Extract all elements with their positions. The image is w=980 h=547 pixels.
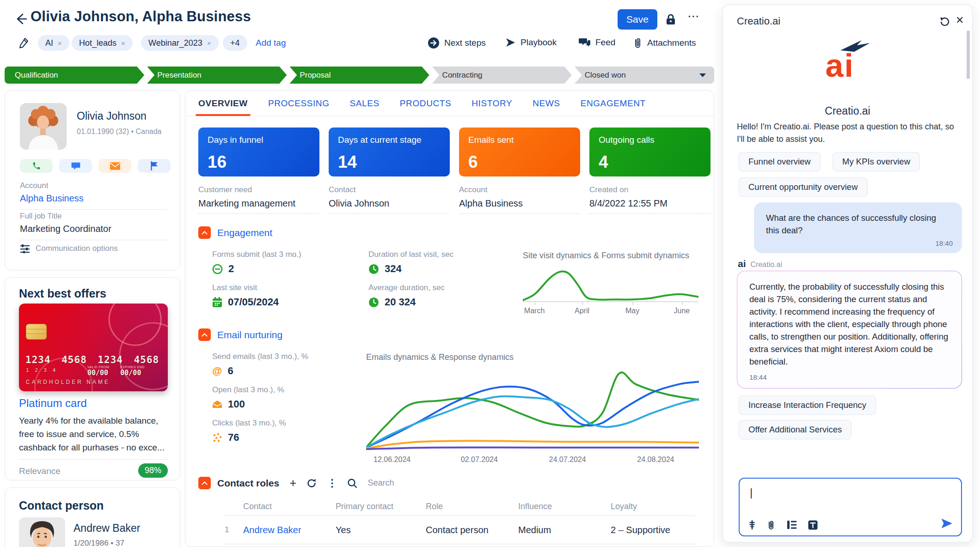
restart-chat-icon[interactable] [939, 15, 950, 26]
contact-person-title: Contact person [19, 499, 104, 512]
action-offer-services[interactable]: Offer Additional Services [739, 420, 851, 439]
contact-person-meta: 1/20/1986 • 37 [74, 539, 124, 547]
expires-end: EXPIRES END 00/00 [120, 365, 145, 377]
close-panel-icon[interactable]: ✕ [956, 14, 964, 26]
funnel-stage-proposal[interactable]: Proposal [289, 67, 429, 84]
edit-tags-icon[interactable] [18, 37, 30, 49]
remove-tag-icon[interactable]: × [207, 39, 211, 47]
sliders-icon [20, 244, 30, 253]
customer-need-value[interactable]: Marketing management [198, 198, 295, 209]
tab-sales[interactable]: SALES [350, 91, 380, 116]
add-contact-role-icon[interactable]: + [289, 476, 296, 490]
tab-processing[interactable]: PROCESSING [268, 91, 330, 116]
chat-icon [71, 162, 80, 170]
action-increase-interaction[interactable]: Increase Interaction Frequency [739, 395, 876, 415]
funnel-stage-contracting[interactable]: Contracting [432, 67, 572, 84]
back-button[interactable] [14, 12, 28, 26]
valid-from: VALID FROM 00/00 [87, 365, 109, 377]
funnel-stage-qualification[interactable]: Qualification [5, 67, 144, 84]
contact-roles-section-title: Contact roles [217, 478, 279, 489]
remove-tag-icon[interactable]: × [121, 39, 125, 47]
contact-meta: 01.01.1990 (32) • Canada [77, 128, 162, 136]
remove-tag-icon[interactable]: × [58, 39, 62, 47]
tags-row: AI × Hot_leads × Webinar_2023 × +4 Add t… [0, 33, 714, 54]
collapse-section-icon[interactable] [198, 226, 211, 239]
account-link[interactable]: Alpha Business [20, 193, 167, 209]
more-tags-chip[interactable]: +4 [223, 35, 247, 51]
line-chart-canvas [366, 368, 699, 450]
engagement-stat: Forms submit (last 3 mo.) 2 [212, 250, 301, 275]
engagement-section-title[interactable]: Engagement [217, 227, 272, 238]
kpi-emails-sent: Emails sent6 [459, 128, 580, 176]
account-link[interactable]: Alpha Business [459, 198, 523, 209]
knowledge-base-icon[interactable] [787, 520, 797, 529]
add-tag-link[interactable]: Add tag [256, 38, 286, 48]
kpi-outgoing-calls: Outgoing calls4 [589, 128, 710, 176]
credit-card-image[interactable]: 1234 4568 1234 4568 1 2 3 4 VALID FROM 0… [19, 304, 168, 391]
contact-person-card: Contact person Andrew Baker 1/20/1986 • … [5, 487, 180, 547]
x-tick-label: April [575, 307, 589, 315]
suggestion-opportunity-overview[interactable]: Current opportunity overview [739, 177, 868, 197]
contact-field: Contact Olivia Johnson [329, 185, 450, 214]
stage-dropdown-caret-icon[interactable] [699, 73, 706, 77]
contact-roles-section-header: Contact roles + ⋮ Search [198, 476, 394, 490]
ai-logo-title: Creatio.ai [723, 105, 972, 117]
user-message-bubble: What are the chances of successfully clo… [754, 202, 962, 253]
tab-history[interactable]: HISTORY [472, 91, 512, 116]
collapse-section-icon[interactable] [198, 328, 211, 341]
chat-input[interactable]: | [739, 478, 962, 536]
tag-chip[interactable]: Hot_leads × [72, 35, 133, 51]
email-nurturing-section-header: Email nurturing [198, 328, 282, 341]
tab-products[interactable]: PRODUCTS [400, 91, 451, 116]
tab-news[interactable]: NEWS [533, 91, 560, 116]
x-tick-label: 24.08.2024 [637, 456, 674, 464]
collapse-section-icon[interactable] [198, 477, 211, 489]
send-message-icon[interactable] [941, 518, 953, 529]
suggestion-kpis-overview[interactable]: My KPIs overview [833, 152, 920, 171]
row-contact-link[interactable]: Andrew Baker [243, 525, 336, 535]
search-icon[interactable] [347, 478, 357, 488]
contact-link[interactable]: Olivia Johnson [329, 198, 389, 209]
ai-greeting: Hello! I'm Creatio.ai. Please post a que… [737, 121, 958, 146]
attach-file-icon[interactable] [766, 520, 776, 530]
clock-icon [368, 264, 379, 274]
next-steps-button[interactable]: Next steps [428, 37, 486, 49]
tag-chip[interactable]: Webinar_2023 × [141, 35, 219, 51]
email-button[interactable] [98, 159, 131, 173]
table-row[interactable]: 1 Andrew Baker Yes Contact person Medium… [225, 516, 695, 544]
tab-overview[interactable]: OVERVIEW [198, 91, 248, 116]
contact-roles-table: Contact Primary contact Role Influence L… [225, 497, 695, 544]
tag-chip[interactable]: AI × [38, 35, 69, 51]
offer-product-link[interactable]: Platinum card [19, 397, 87, 410]
contact-avatar [20, 103, 67, 150]
tab-engagement[interactable]: ENGAGEMENT [581, 91, 646, 116]
lock-icon[interactable] [665, 13, 677, 26]
refresh-icon[interactable] [306, 478, 317, 488]
chat-button[interactable] [59, 159, 92, 173]
engagement-section-header: Engagement [198, 226, 272, 239]
contact-person-name: Andrew Baker [74, 522, 140, 535]
contact-name: Olivia Johnson [77, 110, 147, 122]
email-nurturing-section-title[interactable]: Email nurturing [217, 329, 282, 340]
playbook-button[interactable]: Playbook [505, 37, 557, 48]
save-button[interactable]: Save [618, 9, 657, 30]
flag-button[interactable] [138, 159, 171, 173]
communication-options-button[interactable]: Communication options [20, 244, 118, 253]
funnel-stage-closed-won[interactable]: Closed won [575, 67, 714, 84]
search-placeholder[interactable]: Search [368, 478, 394, 488]
feed-button[interactable]: Feed [579, 37, 615, 48]
kebab-menu-icon[interactable]: ⋮ [327, 477, 337, 489]
funnel-stage-presentation[interactable]: Presentation [147, 67, 287, 84]
attachments-button[interactable]: Attachments [632, 37, 696, 49]
card-number-small: 1 2 3 4 [26, 367, 57, 373]
call-button[interactable] [20, 159, 53, 173]
contact-person-avatar [19, 517, 65, 547]
suggestion-funnel-overview[interactable]: Funnel overview [739, 152, 821, 171]
more-actions-icon[interactable]: ⋯ [687, 9, 700, 24]
text-format-icon[interactable] [808, 520, 818, 530]
x-tick-label: May [625, 307, 639, 315]
engagement-stat: Average duration, sec 20 324 [368, 283, 445, 308]
job-title-field: Full job Title Marketing Coordinator [20, 212, 167, 240]
ai-message-bubble: Currently, the probability of successful… [737, 271, 962, 389]
insert-field-icon[interactable] [749, 520, 755, 530]
